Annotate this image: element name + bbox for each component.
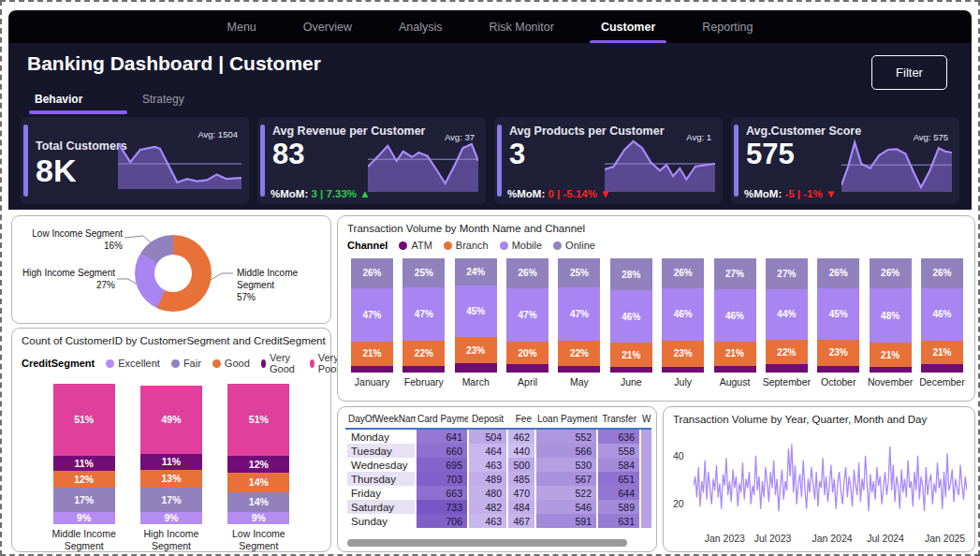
- bar-segment-online[interactable]: 25%: [558, 258, 600, 287]
- bar-segment-fair[interactable]: 14%: [227, 492, 289, 512]
- bar-segment-atm[interactable]: [610, 367, 652, 373]
- bar-segment-online[interactable]: 28%: [610, 258, 652, 290]
- bar-segment-branch[interactable]: 21%: [870, 343, 912, 367]
- bar-segment-online[interactable]: 26%: [662, 258, 704, 288]
- bar-segment-very-good[interactable]: 11%: [140, 454, 202, 470]
- nav-item-menu[interactable]: Menu: [226, 17, 258, 37]
- bar-segment-branch[interactable]: 22%: [402, 341, 445, 366]
- bar-segment-mobile[interactable]: 47%: [402, 287, 445, 341]
- bar-segment-very-good[interactable]: 12%: [227, 456, 289, 473]
- bar-segment-atm[interactable]: [870, 367, 912, 373]
- nav-item-analysis[interactable]: Analysis: [397, 17, 445, 37]
- column-header-2[interactable]: Deposit: [468, 411, 507, 429]
- column-header-0[interactable]: DayOfWeekName: [346, 411, 416, 429]
- table-row[interactable]: Wednesday695463500530584: [346, 458, 651, 472]
- bar-segment-branch[interactable]: 21%: [714, 342, 756, 366]
- bar-segment-atm[interactable]: [714, 366, 756, 373]
- bar-segment-atm[interactable]: [455, 363, 497, 373]
- bar-segment-atm[interactable]: [506, 364, 549, 373]
- nav-item-reporting[interactable]: Reporting: [700, 17, 754, 37]
- bar-segment-fair[interactable]: 17%: [53, 488, 115, 512]
- table-horizontal-scrollbar[interactable]: [347, 539, 627, 547]
- legend-item-atm[interactable]: ATM: [399, 240, 431, 251]
- bar-segment-online[interactable]: 26%: [870, 258, 912, 288]
- bar-segment-mobile[interactable]: 47%: [351, 288, 393, 342]
- bar-segment-excellent[interactable]: 9%: [140, 512, 202, 525]
- table-row[interactable]: Thursday703489485567651: [346, 472, 651, 486]
- legend-item-excellent[interactable]: Excellent: [106, 358, 160, 369]
- bar-segment-branch[interactable]: 22%: [766, 340, 808, 365]
- table-row[interactable]: Friday663480470522644: [346, 486, 651, 500]
- legend-item-mobile[interactable]: Mobile: [500, 240, 542, 251]
- bar-segment-very-poor[interactable]: 49%: [140, 386, 202, 455]
- bar-segment-mobile[interactable]: 46%: [714, 289, 756, 342]
- bar-segment-atm[interactable]: [558, 366, 600, 373]
- column-header-4[interactable]: Loan Payment: [535, 411, 597, 429]
- bar-segment-very-poor[interactable]: 51%: [227, 384, 289, 456]
- bar-segment-mobile[interactable]: 48%: [870, 288, 912, 344]
- bar-segment-online[interactable]: 27%: [714, 258, 756, 289]
- column-header-5[interactable]: Transfer: [597, 411, 640, 429]
- tab-strategy[interactable]: Strategy: [142, 93, 184, 106]
- legend-item-very-good[interactable]: Very Good: [261, 352, 299, 374]
- bar-segment-branch[interactable]: 23%: [817, 340, 859, 366]
- bar-segment-fair[interactable]: 17%: [140, 488, 202, 512]
- bar-segment-branch[interactable]: 21%: [351, 342, 393, 366]
- bar-segment-branch[interactable]: 21%: [610, 343, 652, 367]
- bar-segment-excellent[interactable]: 9%: [227, 512, 289, 525]
- nav-item-risk-monitor[interactable]: Risk Monitor: [487, 17, 555, 37]
- nav-item-customer[interactable]: Customer: [599, 17, 657, 37]
- bar-segment-mobile[interactable]: 44%: [766, 289, 808, 340]
- bar-segment-online[interactable]: 25%: [402, 258, 445, 287]
- daily-volume-line-chart[interactable]: [694, 437, 967, 525]
- bar-segment-online[interactable]: 26%: [817, 258, 859, 288]
- kpi-card-1[interactable]: Avg Revenue per Customer83Avg: 37%MoM: 3…: [257, 117, 486, 204]
- bar-segment-good[interactable]: 14%: [227, 473, 289, 492]
- legend-item-good[interactable]: Good: [212, 358, 250, 369]
- bar-segment-online[interactable]: 26%: [921, 258, 963, 288]
- kpi-card-0[interactable]: Total Customers8KAvg: 1504: [21, 117, 249, 204]
- bar-segment-atm[interactable]: [817, 366, 859, 373]
- bar-segment-atm[interactable]: [766, 364, 808, 373]
- bar-segment-atm[interactable]: [662, 367, 704, 373]
- bar-segment-mobile[interactable]: 46%: [662, 288, 704, 341]
- bar-segment-online[interactable]: 27%: [766, 258, 808, 289]
- nav-item-overview[interactable]: Overview: [301, 17, 354, 37]
- bar-segment-good[interactable]: 13%: [140, 470, 202, 489]
- tab-behavior[interactable]: Behavior: [35, 93, 82, 106]
- bar-segment-mobile[interactable]: 45%: [455, 285, 497, 337]
- bar-segment-mobile[interactable]: 46%: [610, 290, 652, 343]
- filter-button[interactable]: Filter: [871, 55, 947, 90]
- column-header-6[interactable]: Withdr: [640, 411, 651, 429]
- table-row[interactable]: Monday641504462552636: [346, 429, 651, 444]
- bar-segment-mobile[interactable]: 46%: [921, 288, 963, 341]
- bar-segment-very-poor[interactable]: 51%: [53, 384, 115, 456]
- column-header-1[interactable]: Card Payment: [416, 411, 468, 429]
- table-row[interactable]: Sunday706463467591631: [346, 514, 651, 528]
- bar-segment-branch[interactable]: 21%: [921, 341, 963, 365]
- bar-segment-branch[interactable]: 20%: [506, 342, 549, 364]
- table-row[interactable]: Saturday733482484546589: [346, 500, 651, 514]
- bar-segment-online[interactable]: 26%: [506, 258, 549, 288]
- bar-segment-branch[interactable]: 23%: [662, 341, 704, 367]
- bar-segment-mobile[interactable]: 47%: [558, 287, 600, 341]
- bar-segment-atm[interactable]: [921, 364, 963, 373]
- column-header-3[interactable]: Fee: [507, 411, 535, 429]
- bar-segment-mobile[interactable]: 45%: [817, 288, 859, 340]
- kpi-card-2[interactable]: Avg Products per Customer3Avg: 1%MoM: 0 …: [494, 117, 723, 204]
- bar-segment-atm[interactable]: [351, 366, 393, 373]
- bar-segment-online[interactable]: 24%: [455, 258, 497, 285]
- bar-segment-branch[interactable]: 22%: [558, 341, 600, 366]
- kpi-card-3[interactable]: Avg.Customer Score575Avg: 575%MoM: -5 | …: [731, 117, 959, 204]
- bar-segment-excellent[interactable]: 9%: [53, 512, 115, 525]
- bar-segment-online[interactable]: 26%: [351, 258, 393, 288]
- legend-item-fair[interactable]: Fair: [171, 358, 201, 369]
- bar-segment-branch[interactable]: 23%: [455, 337, 497, 363]
- table-row[interactable]: Tuesday660464440566558: [346, 444, 651, 458]
- bar-segment-mobile[interactable]: 47%: [506, 288, 549, 342]
- bar-segment-good[interactable]: 12%: [53, 471, 115, 488]
- legend-item-online[interactable]: Online: [553, 240, 595, 251]
- bar-segment-atm[interactable]: [402, 366, 445, 373]
- legend-item-branch[interactable]: Branch: [444, 240, 489, 251]
- bar-segment-very-good[interactable]: 11%: [53, 456, 115, 472]
